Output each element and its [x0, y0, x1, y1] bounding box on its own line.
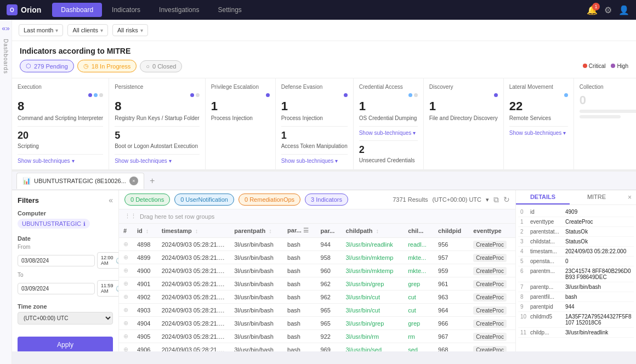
show-sub-credential[interactable]: Show sub-techniques ▾ — [359, 126, 418, 136]
from-date-input[interactable] — [18, 255, 95, 266]
remediationops-badge[interactable]: 0 RemediationOps — [238, 194, 300, 206]
expand-icon[interactable]: ⊕ — [123, 333, 128, 339]
to-time-field[interactable]: 11:59 AM 🕐 — [97, 280, 119, 297]
details-panel: DETAILS MITRE × 0 id 4909 1 eventtype Cr… — [515, 190, 636, 351]
progress-badge[interactable]: ◷ 18 In Progress — [77, 60, 137, 72]
cell-timestamp: 2024/09/03 05:28:21.0... — [157, 277, 230, 291]
collapse-icon: «» — [2, 24, 9, 32]
col-childpath[interactable]: childpath ↕ — [342, 224, 404, 238]
closed-badge[interactable]: ○ 0 Closed — [140, 60, 182, 72]
cell-chil: rm — [404, 330, 434, 343]
cell-timestamp: 2024/09/03 05:28:21.0... — [157, 330, 230, 343]
from-time-field[interactable]: 12:00 AM 🕐 — [97, 252, 119, 269]
table-row[interactable]: ⊕ 4904 2024/09/03 05:28:21.0... 3l/usr/b… — [119, 317, 515, 330]
row-icon-cell[interactable]: ⊕ — [119, 251, 133, 264]
row-icon-cell[interactable]: ⊕ — [119, 343, 133, 352]
table-row[interactable]: ⊕ 4900 2024/09/03 05:28:21.0... 3l/usr/b… — [119, 264, 515, 277]
nav-tab-dashboard[interactable]: Dashboard — [52, 3, 102, 17]
card-collection: Collection 0 — [574, 78, 636, 169]
expand-icon[interactable]: ⊕ — [123, 280, 128, 287]
dashboards-label: Dashboards — [3, 39, 9, 74]
col-childpid[interactable]: childpid — [434, 224, 469, 238]
chevron-down-icon: ▾ — [563, 130, 566, 136]
cell-id: 4906 — [133, 343, 157, 352]
column-filter-icon[interactable]: ☰ — [303, 227, 309, 234]
expand-icon[interactable]: ⊕ — [123, 254, 128, 260]
expand-icon[interactable]: ⊕ — [123, 241, 128, 247]
sidebar-toggle[interactable]: «» Dashboards — [0, 20, 12, 364]
col-id[interactable]: id ↕ — [133, 224, 157, 238]
expand-icon[interactable]: ⊕ — [123, 293, 128, 300]
collapse-filters-button[interactable]: « — [109, 196, 113, 204]
nav-tab-settings[interactable]: Settings — [209, 3, 250, 17]
copy-button[interactable]: ⧉ — [493, 195, 499, 204]
row-icon-cell[interactable]: ⊕ — [119, 317, 133, 330]
table-row[interactable]: ⊕ 4899 2024/09/03 05:28:21.0... 3l/usr/b… — [119, 251, 515, 264]
col-chil[interactable]: chil... — [404, 224, 434, 238]
add-tab-button[interactable]: + — [146, 176, 158, 186]
close-details-button[interactable]: × — [623, 190, 636, 204]
pending-icon: ⬡ — [26, 62, 31, 70]
filters-bar: Last month ▾ All clients ▾ All risks ▾ — [12, 20, 636, 41]
client-filter[interactable]: All clients ▾ — [67, 24, 107, 36]
table-row[interactable]: ⊕ 4902 2024/09/03 05:28:21.0... 3l/usr/b… — [119, 291, 515, 304]
expand-icon[interactable]: ⊕ — [123, 320, 128, 326]
show-sub-execution[interactable]: Show sub-techniques ▾ — [18, 154, 103, 164]
show-sub-lateral[interactable]: Show sub-techniques ▾ — [509, 126, 568, 136]
indicators-badge[interactable]: 3 Indicators — [305, 194, 348, 206]
usernotification-badge[interactable]: 0 UserNotification — [174, 194, 234, 206]
details-key: parentfil... — [530, 294, 563, 300]
logo-icon: O — [7, 4, 18, 15]
indicators-title: Indicators according to MITRE — [20, 47, 628, 55]
apply-button[interactable]: Apply — [18, 337, 113, 351]
row-icon-cell[interactable]: ⊕ — [119, 291, 133, 304]
cell-eventtype: CreateProc — [469, 343, 515, 352]
settings-button[interactable]: ⚙ — [604, 5, 612, 15]
row-icon-cell[interactable]: ⊕ — [119, 304, 133, 317]
table-row[interactable]: ⊕ 4906 2024/09/03 05:28:21.0... 3l/usr/b… — [119, 343, 515, 352]
col-eventtype[interactable]: eventtype — [469, 224, 515, 238]
nav-tab-indicators[interactable]: Indicators — [103, 3, 149, 17]
cell-childpath: 3l/usr/bin/grep — [342, 317, 404, 330]
row-icon-cell[interactable]: ⊕ — [119, 277, 133, 291]
chevron-down-icon[interactable]: ▾ — [486, 196, 489, 203]
col-parentpath[interactable]: parentpath ↕ — [230, 224, 283, 238]
timezone-select[interactable]: (UTC+00:00) UTC — [18, 312, 113, 325]
col-timestamp[interactable]: timestamp ↕ — [157, 224, 230, 238]
table-row[interactable]: ⊕ 4905 2024/09/03 05:28:21.0... 3l/usr/b… — [119, 330, 515, 343]
row-icon-cell[interactable]: ⊕ — [119, 264, 133, 277]
col-par1[interactable]: par... ☰ — [283, 224, 316, 238]
details-value: 23C41574 8FF840B296D0B93 F98649DEC — [565, 268, 632, 280]
from-date-row: 12:00 AM 🕐 — [18, 252, 113, 269]
expand-icon[interactable]: ⊕ — [123, 267, 128, 274]
notifications-button[interactable]: 🔔 1 — [587, 5, 598, 15]
row-icon-cell[interactable]: ⊕ — [119, 238, 133, 251]
to-date-input[interactable] — [18, 283, 95, 294]
pending-badge[interactable]: ⬡ 279 Pending — [20, 60, 74, 72]
table-row[interactable]: ⊕ 4898 2024/09/03 05:28:21.0... 3l/usr/b… — [119, 238, 515, 251]
time-filter[interactable]: Last month ▾ — [19, 24, 63, 36]
table-row[interactable]: ⊕ 4901 2024/09/03 05:28:21.0... 3l/usr/b… — [119, 277, 515, 291]
expand-icon[interactable]: ⊕ — [123, 306, 128, 313]
cell-chil: cut — [404, 291, 434, 304]
drag-icon: ⋮⋮ — [124, 213, 137, 220]
risk-filter[interactable]: All risks ▾ — [112, 24, 148, 36]
nav-tab-investigations[interactable]: Investigations — [150, 3, 208, 17]
col-par2[interactable]: par... — [316, 224, 342, 238]
row-icon-cell[interactable]: ⊕ — [119, 330, 133, 343]
details-row: 10 childmd5 1A35F72A795244327F5F8107 152… — [518, 312, 634, 328]
mitre-cards-row: Execution 8 Command and Scripting Interp… — [12, 78, 636, 170]
tab-close-button[interactable]: × — [129, 177, 138, 185]
tab-mitre[interactable]: MITRE — [570, 190, 623, 204]
computer-value[interactable]: UBUNTUSTRATEGIC ℹ — [18, 219, 90, 229]
refresh-button[interactable]: ↻ — [503, 195, 510, 204]
tab-ubuntustrategic[interactable]: 📊 UBUNTUSTRATEGIC (8E10026... × — [16, 173, 144, 189]
detections-badge[interactable]: 0 Detections — [124, 194, 170, 206]
cell-id: 4903 — [133, 304, 157, 317]
expand-icon[interactable]: ⊕ — [123, 346, 128, 351]
show-sub-persistence[interactable]: Show sub-techniques ▾ — [115, 154, 200, 164]
user-button[interactable]: 👤 — [618, 5, 629, 15]
tab-details[interactable]: DETAILS — [516, 190, 570, 204]
show-sub-defense[interactable]: Show sub-techniques ▾ — [281, 154, 348, 164]
table-row[interactable]: ⊕ 4903 2024/09/03 05:28:21.0... 3l/usr/b… — [119, 304, 515, 317]
